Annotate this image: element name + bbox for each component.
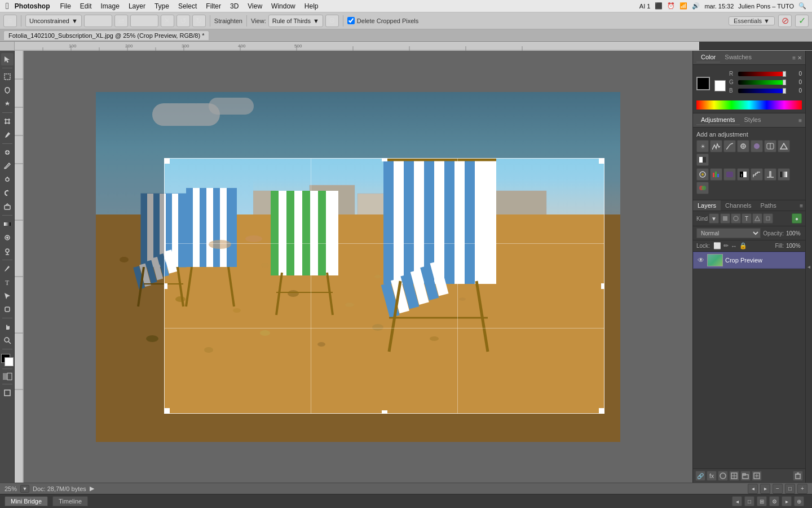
- menu-help[interactable]: Help: [300, 2, 323, 10]
- tool-pen[interactable]: [1, 262, 14, 275]
- adj-curves[interactable]: [723, 140, 736, 152]
- tool-crop[interactable]: [1, 115, 14, 128]
- tool-magic-wand[interactable]: [1, 98, 14, 110]
- filter-shape-icon[interactable]: [752, 213, 762, 224]
- tool-move[interactable]: [1, 53, 14, 65]
- bridge-icon-1[interactable]: ◂: [732, 496, 742, 506]
- link-layers-btn[interactable]: 🔗: [695, 471, 705, 481]
- tool-healing[interactable]: [1, 146, 14, 159]
- height-input[interactable]: [130, 15, 158, 27]
- width-input[interactable]: [84, 15, 112, 27]
- tool-eyedropper[interactable]: [1, 129, 14, 141]
- clear-icon[interactable]: ✕: [161, 15, 174, 27]
- menu-view[interactable]: View: [243, 2, 267, 10]
- tab-timeline[interactable]: Timeline: [52, 496, 88, 506]
- bottom-zoom-out[interactable]: −: [773, 484, 783, 494]
- adj-blackwhite[interactable]: [696, 154, 709, 166]
- tab-mini-bridge[interactable]: Mini Bridge: [5, 496, 48, 506]
- document-tab[interactable]: Fotolia_1402100_Subscription_XL.jpg @ 25…: [3, 30, 209, 40]
- tool-blur[interactable]: [1, 231, 14, 244]
- lock-transparent-icon[interactable]: ⬜: [713, 242, 721, 249]
- color-spectrum-bar[interactable]: [696, 100, 802, 110]
- adj-photofilter[interactable]: [696, 168, 709, 181]
- bridge-icon-4[interactable]: ⚙: [769, 496, 779, 506]
- tool-history[interactable]: [1, 187, 14, 199]
- create-fill-layer-btn[interactable]: [729, 471, 739, 481]
- filter-smartobj-icon[interactable]: [763, 213, 773, 224]
- blend-mode-select[interactable]: Normal: [696, 228, 761, 238]
- adj-brightness[interactable]: ☀: [696, 140, 709, 152]
- add-style-btn[interactable]: fx: [707, 471, 717, 481]
- layer-visibility-eye[interactable]: 👁: [697, 256, 705, 264]
- menu-window[interactable]: Window: [267, 2, 300, 10]
- color-panel-close[interactable]: ✕: [797, 55, 802, 61]
- reset-icon[interactable]: ↺: [176, 15, 190, 27]
- adj-colorbalance[interactable]: [778, 140, 790, 152]
- tool-lasso[interactable]: [1, 84, 14, 97]
- canvas-background[interactable]: [24, 51, 692, 483]
- bridge-icon-3[interactable]: ⊞: [757, 496, 767, 506]
- tool-path-selection[interactable]: [1, 290, 14, 302]
- tab-paths[interactable]: Paths: [756, 200, 781, 211]
- color-swatches[interactable]: [1, 354, 14, 366]
- tab-swatches[interactable]: Swatches: [720, 52, 756, 63]
- delete-layer-btn[interactable]: [793, 471, 803, 481]
- bottom-zoom-fit[interactable]: □: [785, 484, 795, 494]
- menu-layer[interactable]: Layer: [124, 2, 150, 10]
- layer-item-crop[interactable]: 👁 Crop Preview: [693, 252, 805, 269]
- green-slider[interactable]: [738, 80, 786, 85]
- color-panel-expand[interactable]: ≡: [792, 55, 796, 61]
- lock-image-icon[interactable]: ✏: [723, 242, 729, 249]
- menu-3d[interactable]: 3D: [226, 2, 243, 10]
- tool-marquee[interactable]: [1, 71, 14, 83]
- tool-shape[interactable]: [1, 303, 14, 316]
- bottom-zoom-in[interactable]: +: [797, 484, 807, 494]
- new-layer-btn[interactable]: [752, 471, 762, 481]
- tab-adjustments[interactable]: Adjustments: [696, 115, 740, 125]
- filter-toggle[interactable]: ●: [792, 213, 802, 224]
- adj-huesaturation[interactable]: [764, 140, 776, 152]
- tool-dodge[interactable]: [1, 245, 14, 257]
- tab-layers[interactable]: Layers: [693, 200, 721, 211]
- zoom-menu-btn[interactable]: ▼: [20, 485, 29, 493]
- menu-image[interactable]: Image: [96, 2, 124, 10]
- tool-hand[interactable]: [1, 321, 14, 333]
- menu-filter[interactable]: Filter: [201, 2, 226, 10]
- menu-type[interactable]: Type: [150, 2, 174, 10]
- tab-color[interactable]: Color: [696, 52, 720, 63]
- cancel-transform-btn[interactable]: ⊘: [778, 15, 792, 27]
- doc-size-arrow[interactable]: ▶: [90, 485, 94, 492]
- filter-adjustment-icon[interactable]: [731, 213, 741, 224]
- adj-posterize[interactable]: [751, 168, 763, 181]
- menu-edit[interactable]: Edit: [76, 2, 96, 10]
- tool-zoom[interactable]: [1, 334, 14, 347]
- adj-invert[interactable]: I: [737, 168, 749, 181]
- red-slider[interactable]: [738, 72, 786, 76]
- confirm-transform-btn[interactable]: ✓: [795, 15, 809, 27]
- adj-channelmixer[interactable]: [710, 168, 722, 181]
- rotate-icon[interactable]: ↻: [192, 15, 206, 27]
- adj-threshold[interactable]: [764, 168, 776, 181]
- lock-position-icon[interactable]: ↔: [731, 243, 737, 249]
- menu-file[interactable]: File: [56, 2, 76, 10]
- quick-mask-btn[interactable]: [2, 371, 13, 382]
- constraint-dropdown[interactable]: Unconstrained ▼: [25, 15, 82, 27]
- bridge-icon-6[interactable]: ⊕: [794, 496, 804, 506]
- tool-eraser[interactable]: [1, 200, 14, 213]
- swap-icon[interactable]: ⇄: [114, 15, 128, 27]
- search-icon[interactable]: 🔍: [798, 2, 806, 10]
- delete-cropped-checkbox[interactable]: [347, 17, 355, 24]
- tab-styles[interactable]: Styles: [740, 115, 766, 125]
- panel-collapse-strip[interactable]: ◂: [805, 51, 812, 483]
- bottom-nav-left[interactable]: ◂: [748, 484, 758, 494]
- adj-vibrance[interactable]: [751, 140, 763, 152]
- bottom-nav-right[interactable]: ▸: [760, 484, 770, 494]
- fg-swatch[interactable]: [696, 77, 710, 90]
- filter-kind-dropdown[interactable]: ▼: [709, 213, 719, 224]
- tool-brush[interactable]: [1, 160, 14, 172]
- adj-colorlookup[interactable]: [723, 168, 736, 181]
- adj-levels[interactable]: [710, 140, 722, 152]
- adj-exposure[interactable]: [737, 140, 749, 152]
- grid-settings-icon[interactable]: ⚙: [325, 15, 339, 27]
- filter-type-icon[interactable]: T: [742, 213, 752, 224]
